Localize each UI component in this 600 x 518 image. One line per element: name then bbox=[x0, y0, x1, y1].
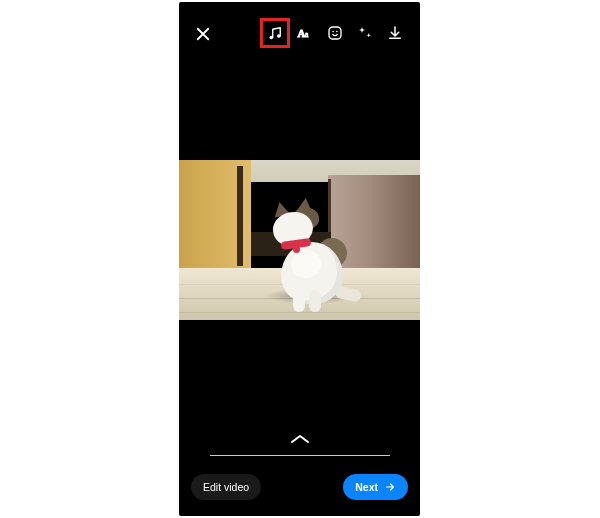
music-icon bbox=[266, 24, 284, 42]
next-button[interactable]: Next bbox=[343, 474, 408, 500]
story-editor-screen: A a bbox=[179, 2, 420, 516]
sparkle-icon bbox=[356, 24, 374, 42]
bottom-drawer bbox=[179, 433, 420, 456]
svg-point-1 bbox=[277, 34, 281, 38]
svg-point-6 bbox=[336, 31, 338, 33]
text-button[interactable]: A a bbox=[290, 18, 320, 48]
timeline-scrubber[interactable] bbox=[210, 455, 390, 456]
sticker-button[interactable] bbox=[320, 18, 350, 48]
svg-point-0 bbox=[269, 36, 273, 40]
sticker-icon bbox=[326, 24, 344, 42]
media-bg-cabinets bbox=[179, 160, 251, 270]
edit-video-label: Edit video bbox=[203, 481, 249, 493]
chevron-up-icon bbox=[288, 433, 312, 445]
text-icon: A a bbox=[295, 23, 315, 43]
edit-video-button[interactable]: Edit video bbox=[191, 474, 261, 500]
download-button[interactable] bbox=[380, 18, 410, 48]
media-preview[interactable] bbox=[179, 160, 420, 320]
music-button[interactable] bbox=[260, 18, 290, 48]
expand-drawer-button[interactable] bbox=[288, 433, 312, 445]
svg-point-5 bbox=[332, 31, 334, 33]
close-button[interactable] bbox=[191, 22, 215, 46]
svg-text:a: a bbox=[305, 30, 309, 39]
media-cat bbox=[267, 198, 357, 308]
tool-group: A a bbox=[260, 18, 410, 48]
close-icon bbox=[194, 25, 212, 43]
download-icon bbox=[386, 24, 404, 42]
effects-button[interactable] bbox=[350, 18, 380, 48]
arrow-right-icon bbox=[384, 481, 396, 493]
top-toolbar: A a bbox=[179, 18, 420, 54]
action-bar: Edit video Next bbox=[179, 474, 420, 502]
svg-rect-4 bbox=[329, 27, 341, 39]
next-label: Next bbox=[355, 481, 378, 493]
